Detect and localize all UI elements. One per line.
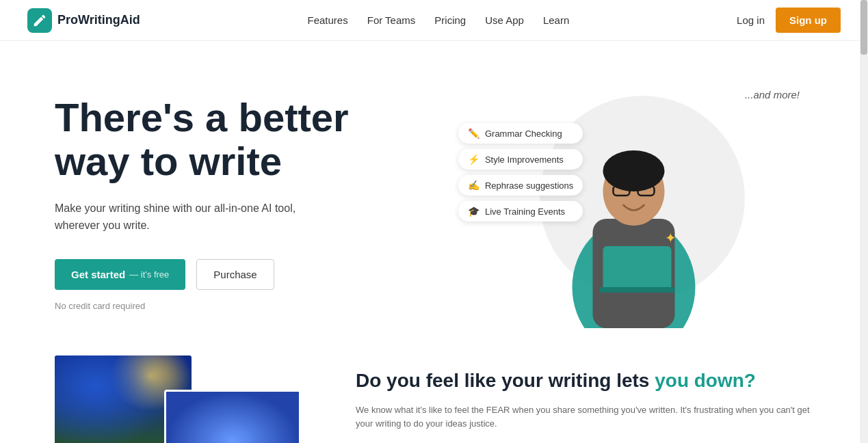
svg-rect-25: [166, 392, 301, 443]
grammar-icon: ✏️: [468, 128, 479, 139]
signup-button[interactable]: Sign up: [776, 8, 841, 33]
svg-point-26: [180, 402, 289, 443]
svg-point-28: [207, 422, 262, 443]
logo-area[interactable]: ProWritingAid: [27, 8, 140, 33]
nav-features[interactable]: Features: [308, 14, 348, 26]
svg-rect-7: [603, 246, 672, 291]
hero-headline: There's a better way to write: [55, 96, 472, 183]
hero-subtext: Make your writing shine with our all-in-…: [55, 200, 328, 234]
svg-rect-24: [123, 429, 130, 443]
svg-text:✦: ✦: [665, 230, 676, 245]
logo-icon: [27, 8, 52, 33]
login-link[interactable]: Log in: [737, 14, 765, 26]
nav-use-app[interactable]: Use App: [485, 14, 524, 26]
nav-for-teams[interactable]: For Teams: [367, 14, 416, 26]
svg-point-11: [62, 362, 130, 403]
navbar: ProWritingAid Features For Teams Pricing…: [0, 0, 868, 41]
rephrase-icon: ✍️: [468, 180, 479, 191]
art-image-2: [164, 390, 301, 443]
svg-point-17: [108, 364, 111, 367]
training-icon: 🎓: [468, 206, 479, 217]
hero-buttons: Get started — it's free Purchase: [55, 259, 472, 290]
svg-point-16: [74, 368, 77, 371]
svg-point-27: [194, 412, 276, 443]
svg-point-30: [192, 410, 196, 414]
bottom-text: Do you feel like your writing lets you d…: [356, 355, 813, 431]
get-started-button[interactable]: Get started — it's free: [55, 259, 185, 290]
svg-point-20: [67, 383, 83, 443]
svg-point-12: [96, 362, 150, 390]
hero-section: There's a better way to write Make your …: [0, 41, 868, 355]
svg-point-19: [88, 392, 90, 394]
svg-point-29: [221, 433, 248, 443]
svg-rect-8: [600, 287, 675, 293]
nav-pricing[interactable]: Pricing: [434, 14, 466, 26]
style-icon: ⚡: [468, 154, 479, 165]
svg-point-32: [220, 418, 222, 420]
svg-rect-22: [96, 424, 106, 443]
section-desc: We know what it's like to feel the FEAR …: [356, 403, 813, 432]
svg-rect-23: [109, 427, 118, 443]
no-card-text: No credit card required: [55, 301, 472, 311]
art-images: My idea in my head: [55, 355, 315, 443]
nav-learn[interactable]: Learn: [543, 14, 569, 26]
hero-illustration: ...and more! ✏️ Grammar Checking ⚡ Style…: [472, 82, 813, 328]
hero-right: ...and more! ✏️ Grammar Checking ⚡ Style…: [472, 82, 813, 328]
person-figure: ✦: [549, 96, 720, 328]
scrollbar-thumb[interactable]: [860, 0, 867, 55]
svg-point-31: [274, 404, 278, 407]
bottom-section: My idea in my head Do you feel like your…: [0, 355, 868, 443]
section-title: Do you feel like your writing lets you d…: [356, 369, 813, 392]
logo-text: ProWritingAid: [57, 13, 140, 27]
svg-point-15: [161, 362, 178, 379]
nav-links: Features For Teams Pricing Use App Learn: [308, 14, 570, 26]
purchase-button[interactable]: Purchase: [196, 259, 274, 290]
svg-point-3: [603, 150, 665, 191]
navbar-right: Log in Sign up: [737, 8, 841, 33]
svg-point-18: [135, 360, 139, 364]
and-more-text: ...and more!: [745, 89, 800, 100]
hero-left: There's a better way to write Make your …: [55, 82, 472, 311]
scrollbar[interactable]: [860, 0, 868, 443]
svg-point-33: [254, 425, 257, 427]
svg-point-14: [154, 362, 174, 383]
